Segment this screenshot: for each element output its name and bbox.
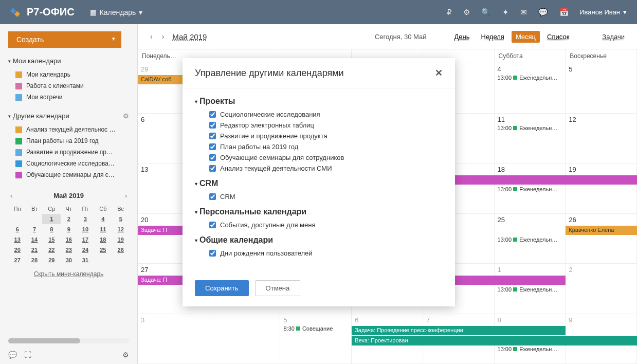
cancel-button[interactable]: Отмена [255,280,301,296]
calendar-checkbox-item[interactable]: События, доступные для меня [209,220,443,230]
calendar-checkbox-item[interactable]: Обучающие семинары для сотрудников [209,152,443,163]
checkbox[interactable] [209,111,216,118]
calendar-checkbox-item[interactable]: Анализ текущей деятельности СМИ [209,163,443,174]
calendar-checkbox-item[interactable]: Дни рождения пользователей [209,248,443,259]
manage-calendars-modal: Управление другими календарями ✕ Проекты… [183,58,455,306]
section-title[interactable]: Персональные календари [195,207,443,216]
modal-title: Управление другими календарями [195,68,344,79]
section-title[interactable]: Общие календари [195,235,443,245]
section-title[interactable]: CRM [195,179,443,188]
checkbox[interactable] [209,154,216,161]
calendar-checkbox-item[interactable]: План работы на 2019 год [209,141,443,152]
modal-section: Персональные календари События, доступны… [195,207,443,230]
calendar-checkbox-item[interactable]: Социологические исследования [209,109,443,120]
calendar-checkbox-item[interactable]: Редактор электронных таблиц [209,120,443,131]
checkbox[interactable] [209,143,216,150]
checkbox[interactable] [209,222,216,228]
checkbox[interactable] [209,122,216,129]
modal-section: Общие календари Дни рождения пользовател… [195,235,443,259]
modal-section: CRM CRM [195,179,443,202]
save-button[interactable]: Сохранить [195,280,249,296]
calendar-checkbox-item[interactable]: CRM [209,191,443,202]
checkbox[interactable] [209,133,216,139]
checkbox[interactable] [209,193,216,200]
close-icon[interactable]: ✕ [435,67,443,79]
section-title[interactable]: Проекты [195,97,443,106]
calendar-checkbox-item[interactable]: Развитие и продвижение продукта [209,131,443,141]
modal-section: Проекты Социологические исследования Ред… [195,97,443,174]
checkbox[interactable] [209,165,216,172]
checkbox[interactable] [209,250,216,257]
